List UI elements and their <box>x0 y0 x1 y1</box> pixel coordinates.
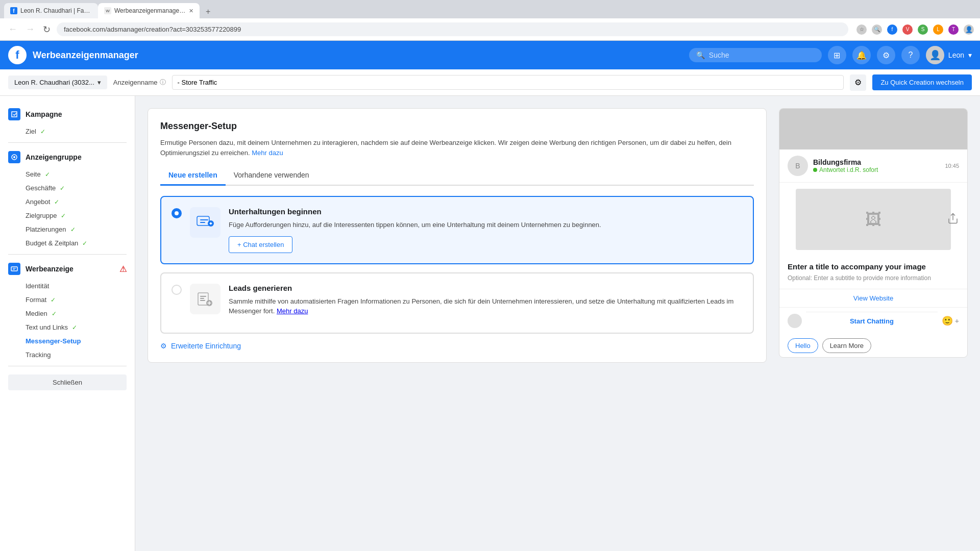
mehr-dazu-link[interactable]: Mehr dazu <box>252 149 283 157</box>
content-area: Messenger-Setup Ermutige Personen dazu, … <box>135 96 980 551</box>
leads-icon <box>190 284 220 314</box>
view-website-link[interactable]: View Website <box>779 289 967 307</box>
quick-creation-button[interactable]: Zu Quick Creation wechseln <box>872 74 972 90</box>
preview-quick-replies: Hello Learn More <box>779 334 967 357</box>
geschaefte-check-icon: ✓ <box>60 185 65 192</box>
sidebar-item-seite[interactable]: Seite ✓ <box>0 167 135 181</box>
sidebar-item-identitaet[interactable]: Identität <box>0 279 135 293</box>
sidebar-item-zielgruppe[interactable]: Zielgruppe ✓ <box>0 209 135 222</box>
adname-gear-button[interactable]: ⚙ <box>850 74 866 91</box>
option-2-desc: Sammle mithilfe von automatisierten Frag… <box>229 296 743 316</box>
sidebar-item-format[interactable]: Format ✓ <box>0 293 135 307</box>
preview-top-bar <box>779 109 967 149</box>
medien-label: Medien <box>26 310 47 317</box>
start-chatting-button[interactable]: Start Chatting <box>806 312 938 330</box>
sidebar-item-angebot[interactable]: Angebot ✓ <box>0 195 135 209</box>
format-label: Format <box>26 296 46 304</box>
svg-text:B: B <box>795 162 800 170</box>
sidebar-item-text-links[interactable]: Text und Links ✓ <box>0 320 135 334</box>
browser-chrome: f Leon R. Chaudhari | Facebook W Werbean… <box>0 0 980 41</box>
sidebar-item-platzierungen[interactable]: Platzierungen ✓ <box>0 222 135 236</box>
sidebar-item-messenger-setup[interactable]: Messenger-Setup <box>0 334 135 348</box>
schliessen-button[interactable]: Schließen <box>8 374 127 390</box>
sidebar-item-tracking[interactable]: Tracking <box>0 348 135 362</box>
sidebar-item-geschaefte[interactable]: Geschäfte ✓ <box>0 181 135 195</box>
sidebar-item-budget-zeitplan[interactable]: Budget & Zeitplan ✓ <box>0 236 135 250</box>
fb-search-bar[interactable]: 🔍 <box>689 48 822 62</box>
text-links-check-icon: ✓ <box>72 324 77 331</box>
emoji-area: 🙂 + <box>942 315 959 327</box>
advanced-settings-row[interactable]: ⚙ Erweiterte Einrichtung <box>160 342 754 350</box>
browser-tab-2[interactable]: W Werbeanzeigenmanager - Cre... ✕ <box>98 3 200 18</box>
angebot-check-icon: ✓ <box>54 198 59 206</box>
text-links-label: Text und Links <box>26 323 68 331</box>
extension-icon-2[interactable]: f <box>887 24 897 35</box>
extension-icon-3[interactable]: V <box>902 24 913 35</box>
sidebar-item-ziel[interactable]: Ziel ✓ <box>0 124 135 138</box>
nav-reload-button[interactable]: ↻ <box>41 23 53 36</box>
share-button[interactable] <box>947 213 959 227</box>
emoji-icon[interactable]: 🙂 <box>942 315 953 327</box>
option-1-title: Unterhaltungen beginnen <box>229 207 743 216</box>
sidebar-section-header-anzeigengruppe: Anzeigengruppe <box>0 147 135 167</box>
svg-rect-13 <box>200 300 205 301</box>
sidebar-item-medien[interactable]: Medien ✓ <box>0 307 135 320</box>
option-radio-unterhaltungen[interactable] <box>172 208 182 218</box>
svg-point-2 <box>13 156 15 158</box>
extension-icon-5[interactable]: L <box>933 24 943 35</box>
advanced-settings-label[interactable]: Erweiterte Einrichtung <box>171 342 241 350</box>
option-card-unterhaltungen[interactable]: Unterhaltungen beginnen Füge Aufforderun… <box>160 196 754 264</box>
angebot-label: Angebot <box>26 198 50 206</box>
image-placeholder-icon: 🖼 <box>865 210 881 229</box>
nav-forward-button[interactable]: → <box>23 23 37 36</box>
quick-reply-hello[interactable]: Hello <box>788 338 818 353</box>
tab-add-button[interactable]: + <box>202 5 214 18</box>
url-bar[interactable]: facebook.com/adsmanager/creation?act=303… <box>57 22 848 36</box>
user-dropdown-arrow[interactable]: ▾ <box>968 51 972 59</box>
option-radio-leads[interactable] <box>172 285 182 295</box>
fb-user[interactable]: 👤 Leon ▾ <box>926 46 972 64</box>
search-input[interactable] <box>709 51 811 59</box>
extension-icon-4[interactable]: S <box>918 24 928 35</box>
account-selector[interactable]: Leon R. Chaudhari (3032... ▾ <box>8 76 107 89</box>
sender-status-text: Antwortet i.d.R. sofort <box>819 166 878 173</box>
tab-neue-erstellen[interactable]: Neue erstellen <box>160 166 226 186</box>
user-profile-icon[interactable]: 👤 <box>964 24 974 35</box>
settings-icon[interactable]: ⚙ <box>877 46 895 64</box>
section-desc: Ermutige Personen dazu, mit deinem Unter… <box>160 138 754 158</box>
browser-tab-1[interactable]: f Leon R. Chaudhari | Facebook <box>4 3 98 18</box>
seite-check-icon: ✓ <box>45 171 50 178</box>
option-card-leads[interactable]: Leads generieren Sammle mithilfe von aut… <box>160 272 754 334</box>
option-2-mehr-dazu-link[interactable]: Mehr dazu <box>277 307 308 315</box>
adname-input[interactable] <box>172 75 844 90</box>
section-title: Messenger-Setup <box>160 121 754 132</box>
quick-reply-learn-more[interactable]: Learn More <box>822 338 871 353</box>
tab-vorhandene-verwenden[interactable]: Vorhandene verwenden <box>226 166 317 186</box>
help-icon[interactable]: ? <box>901 46 920 64</box>
add-reaction-icon[interactable]: + <box>955 317 959 325</box>
option-2-title: Leads generieren <box>229 284 743 292</box>
adname-info-icon[interactable]: ⓘ <box>160 78 166 87</box>
sidebar: Kampagne Ziel ✓ Anzeigengruppe Seite ✓ G… <box>0 96 135 551</box>
ziel-check-icon: ✓ <box>40 128 45 135</box>
preview-sender-status: Antwortet i.d.R. sofort <box>813 166 940 173</box>
grid-icon[interactable]: ⊞ <box>828 46 846 64</box>
chat-erstellen-button[interactable]: + Chat erstellen <box>229 236 292 253</box>
svg-rect-3 <box>11 267 17 271</box>
extension-icon-6[interactable]: T <box>948 24 959 35</box>
kampagne-label: Kampagne <box>26 110 62 118</box>
chat-icon <box>190 207 220 238</box>
sidebar-section-kampagne: Kampagne Ziel ✓ <box>0 104 135 138</box>
tab-close-2[interactable]: ✕ <box>189 8 193 14</box>
preview-image-placeholder: 🖼 <box>796 189 951 250</box>
anzeigengruppe-label: Anzeigengruppe <box>26 153 82 161</box>
bookmark-icon[interactable]: ☆ <box>856 24 867 35</box>
nav-back-button[interactable]: ← <box>6 23 19 36</box>
bell-icon[interactable]: 🔔 <box>852 46 871 64</box>
werbeanzeige-warning-icon: ⚠ <box>119 264 127 274</box>
tracking-label: Tracking <box>26 351 51 359</box>
fb-username: Leon <box>948 51 964 59</box>
preview-panel: B Bildungsfirma Antwortet i.d.R. sofort … <box>779 108 968 539</box>
preview-bottom-row: Start Chatting 🙂 + <box>779 307 967 334</box>
extension-icon-1[interactable]: 🔍 <box>872 24 882 35</box>
